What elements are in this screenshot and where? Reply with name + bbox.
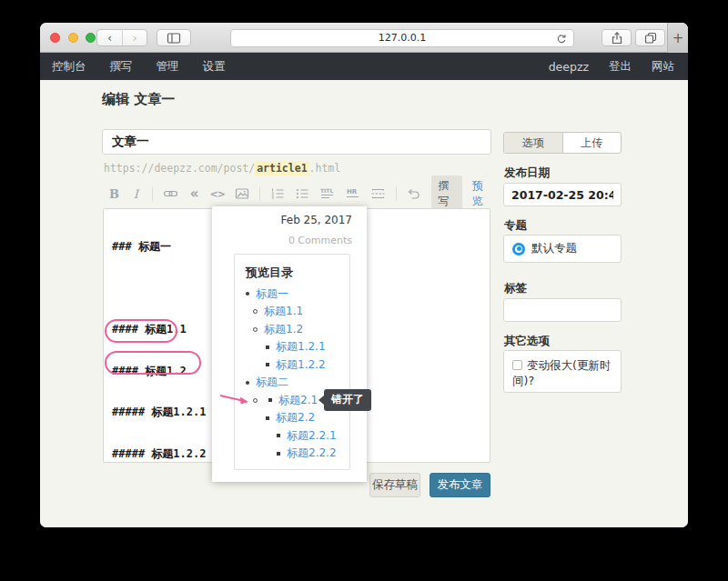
traffic-lights: [50, 33, 96, 43]
publish-date-input[interactable]: [503, 183, 622, 206]
nav-item-site[interactable]: 网站: [642, 53, 684, 80]
editor-line: ##### 标题1.2.2: [112, 446, 213, 463]
history-nav-group: ‹ ›: [96, 29, 147, 46]
unordered-list-icon[interactable]: [295, 186, 309, 201]
back-button[interactable]: ‹: [97, 30, 122, 45]
radio-selected-icon[interactable]: [512, 243, 525, 255]
tab-overview-button[interactable]: [635, 29, 665, 46]
toc-item: 标题1.2.2: [246, 359, 349, 370]
minimize-window-button[interactable]: [68, 33, 78, 43]
tab-write[interactable]: 撰写: [431, 175, 462, 212]
toc-link[interactable]: 标题2.2: [276, 410, 315, 426]
nav-item-username[interactable]: deepzz: [539, 53, 599, 80]
toc-link[interactable]: 标题二: [256, 375, 288, 390]
italic-icon[interactable]: I: [130, 186, 142, 201]
url-slug[interactable]: article1: [255, 161, 308, 175]
nav-item-settings[interactable]: 设置: [191, 53, 238, 80]
square-bullet-icon: [266, 416, 269, 420]
editor-line: [112, 281, 213, 297]
editor-line: #### 标题1.2: [112, 364, 213, 380]
markdown-text: ### 标题一 #### 标题1.1 #### 标题1.2 ##### 标题1.…: [112, 214, 213, 527]
toc-item: 标题2.2: [246, 413, 349, 424]
image-icon[interactable]: [235, 186, 249, 201]
quote-icon[interactable]: «: [188, 186, 200, 201]
circle-bullet-icon: [253, 327, 258, 332]
svg-text:HR: HR: [347, 188, 358, 195]
disc-bullet-icon: [246, 381, 249, 385]
toc-link[interactable]: 标题1.2.2: [276, 357, 326, 373]
toc-link[interactable]: 标题1.1: [264, 304, 303, 319]
tab-preview[interactable]: 预览: [472, 178, 489, 209]
toc-item: 标题1.2.1: [246, 342, 349, 353]
code-icon[interactable]: <>: [210, 186, 225, 201]
comments-count-link[interactable]: 0 Comments: [288, 235, 352, 246]
browser-chrome: ‹ › 127.0.0.1: [40, 23, 688, 53]
sidebar-toggle-button[interactable]: [157, 29, 191, 46]
editor-toolbar: B I « <>: [103, 182, 490, 205]
square-bullet-icon: [277, 434, 280, 437]
publish-button[interactable]: 发布文章: [430, 473, 490, 497]
topic-option-row: 默认专题: [503, 235, 622, 263]
preview-date: Feb 25, 2017: [281, 214, 353, 226]
toc-link[interactable]: 标题2.2.1: [287, 428, 337, 444]
toc-item: 标题2.2.1: [246, 430, 349, 441]
heading-icon[interactable]: TITL: [319, 186, 335, 201]
nav-item-console[interactable]: 控制台: [40, 53, 98, 80]
plus-icon: +: [672, 30, 684, 46]
forward-button[interactable]: ›: [122, 30, 147, 45]
toc-item-misaligned: 标题2.1 错开了: [246, 395, 349, 406]
tags-input[interactable]: [503, 298, 622, 322]
svg-text:TITL: TITL: [320, 187, 333, 194]
misaligned-tooltip: 错开了: [324, 389, 371, 411]
toc-link[interactable]: 标题2.1: [278, 393, 318, 408]
link-icon[interactable]: [163, 186, 178, 201]
circle-bullet-icon: [253, 309, 258, 314]
tab-options[interactable]: 选项: [504, 133, 563, 153]
toc-link[interactable]: 标题2.2.2: [287, 446, 337, 461]
ordered-list-icon[interactable]: [270, 186, 285, 201]
url-suffix: .html: [309, 162, 341, 175]
bold-icon[interactable]: B: [108, 186, 120, 201]
navbar-right: deepzz 登出 网站: [539, 53, 688, 80]
close-window-button[interactable]: [50, 33, 60, 43]
browser-window: ‹ › 127.0.0.1: [40, 23, 688, 527]
tab-upload[interactable]: 上传: [563, 133, 622, 153]
toc-item: 标题1.2: [246, 324, 349, 335]
toc-list: 标题一 标题1.1 标题1.2 标题1.2.1: [246, 288, 349, 459]
toc-item: 标题一: [246, 288, 349, 299]
empty-circle-bullet-icon: [253, 398, 258, 403]
editor-line: [112, 487, 213, 504]
nav-item-logout[interactable]: 登出: [599, 53, 642, 80]
save-draft-button[interactable]: 保存草稿: [369, 473, 420, 497]
url-bar[interactable]: 127.0.0.1: [230, 29, 574, 47]
toc-link[interactable]: 标题一: [256, 286, 288, 302]
screenshot-stage: ‹ › 127.0.0.1: [0, 0, 728, 581]
toolbar-divider: [152, 187, 153, 201]
nav-item-write[interactable]: 撰写: [98, 53, 145, 80]
undo-icon[interactable]: [407, 186, 421, 201]
editor-line: #### 标题1.1: [112, 322, 213, 338]
toc-link[interactable]: 标题1.2: [264, 322, 303, 337]
share-icon: [610, 31, 624, 45]
sidebar-icon: [167, 31, 181, 45]
nav-item-manage[interactable]: 管理: [145, 53, 191, 80]
editor-line: ##### 标题1.2.1: [112, 405, 213, 421]
topic-option-label: 默认专题: [531, 241, 577, 256]
checkbox-unchecked-icon[interactable]: [512, 360, 522, 370]
horizontal-rule-icon[interactable]: HR: [345, 186, 360, 201]
share-button[interactable]: [602, 29, 632, 46]
page-break-icon[interactable]: [370, 186, 386, 201]
tabs-icon: [643, 31, 658, 45]
sidebar-tabs: 选项 上传: [503, 132, 622, 154]
checkbox-label: 变动很大(更新时间)?: [512, 358, 611, 387]
square-bullet-icon: [277, 452, 280, 456]
toc-item: 标题1.1: [246, 306, 349, 317]
page-title: 编辑 文章一: [102, 91, 175, 108]
article-url: https://deepzz.com/post/article1.html: [104, 162, 340, 175]
reload-icon[interactable]: [555, 33, 568, 45]
new-tab-button[interactable]: +: [667, 23, 688, 53]
article-title-input[interactable]: [102, 129, 491, 155]
toc-title: 预览目录: [246, 265, 349, 279]
toc-link[interactable]: 标题1.2.1: [276, 339, 326, 355]
zoom-window-button[interactable]: [86, 33, 96, 43]
